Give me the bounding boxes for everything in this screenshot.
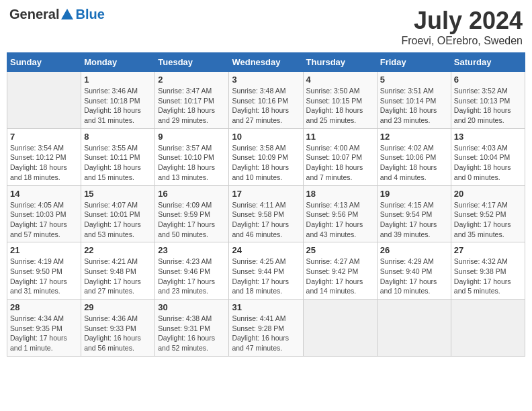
day-number: 30	[158, 302, 226, 312]
week-row-3: 14Sunrise: 4:05 AMSunset: 10:03 PMDaylig…	[7, 185, 525, 242]
calendar-cell: 3Sunrise: 3:48 AMSunset: 10:16 PMDayligh…	[229, 72, 303, 129]
day-info: Sunrise: 4:15 AMSunset: 9:54 PMDaylight:…	[380, 200, 448, 240]
weekday-header-saturday: Saturday	[451, 53, 525, 72]
day-number: 15	[84, 189, 152, 199]
day-number: 25	[306, 245, 374, 255]
day-number: 10	[232, 132, 300, 142]
day-info: Sunrise: 4:21 AMSunset: 9:48 PMDaylight:…	[84, 257, 152, 296]
day-info: Sunrise: 4:32 AMSunset: 9:38 PMDaylight:…	[454, 257, 522, 296]
calendar-cell: 28Sunrise: 4:34 AMSunset: 9:35 PMDayligh…	[7, 300, 81, 357]
weekday-header-monday: Monday	[81, 53, 155, 72]
calendar-cell: 25Sunrise: 4:27 AMSunset: 9:42 PMDayligh…	[303, 242, 377, 300]
logo-general: General	[9, 7, 59, 22]
calendar-cell: 11Sunrise: 4:00 AMSunset: 10:07 PMDaylig…	[303, 128, 377, 185]
logo-blue: Blue	[75, 7, 104, 22]
weekday-header-wednesday: Wednesday	[229, 53, 303, 72]
calendar-cell: 29Sunrise: 4:36 AMSunset: 9:33 PMDayligh…	[81, 300, 155, 357]
week-row-2: 7Sunrise: 3:54 AMSunset: 10:12 PMDayligh…	[7, 128, 525, 185]
weekday-header-friday: Friday	[377, 53, 451, 72]
day-info: Sunrise: 3:48 AMSunset: 10:16 PMDaylight…	[232, 86, 300, 126]
day-number: 14	[10, 189, 78, 199]
calendar-cell: 16Sunrise: 4:09 AMSunset: 9:59 PMDayligh…	[155, 185, 229, 242]
calendar-cell: 15Sunrise: 4:07 AMSunset: 10:01 PMDaylig…	[81, 185, 155, 242]
title-block: July 2024 Froevi, OErebro, Sweden	[401, 7, 523, 47]
day-info: Sunrise: 3:51 AMSunset: 10:14 PMDaylight…	[380, 86, 448, 126]
calendar-cell: 22Sunrise: 4:21 AMSunset: 9:48 PMDayligh…	[81, 242, 155, 300]
page-header: General Blue July 2024 Froevi, OErebro, …	[7, 7, 525, 47]
calendar-cell: 7Sunrise: 3:54 AMSunset: 10:12 PMDayligh…	[7, 128, 81, 185]
calendar-cell: 1Sunrise: 3:46 AMSunset: 10:18 PMDayligh…	[81, 72, 155, 129]
month-year: July 2024	[401, 7, 523, 35]
week-row-1: 1Sunrise: 3:46 AMSunset: 10:18 PMDayligh…	[7, 72, 525, 129]
calendar-cell: 9Sunrise: 3:57 AMSunset: 10:10 PMDayligh…	[155, 128, 229, 185]
day-number: 24	[232, 245, 300, 255]
calendar-cell: 26Sunrise: 4:29 AMSunset: 9:40 PMDayligh…	[377, 242, 451, 300]
calendar-cell: 12Sunrise: 4:02 AMSunset: 10:06 PMDaylig…	[377, 128, 451, 185]
week-row-5: 28Sunrise: 4:34 AMSunset: 9:35 PMDayligh…	[7, 300, 525, 357]
day-info: Sunrise: 4:13 AMSunset: 9:56 PMDaylight:…	[306, 200, 374, 240]
day-number: 20	[454, 189, 522, 199]
day-info: Sunrise: 3:54 AMSunset: 10:12 PMDaylight…	[10, 143, 78, 183]
weekday-header-tuesday: Tuesday	[155, 53, 229, 72]
day-number: 3	[232, 75, 300, 85]
day-info: Sunrise: 4:09 AMSunset: 9:59 PMDaylight:…	[158, 200, 226, 240]
calendar-cell	[303, 300, 377, 357]
day-number: 13	[454, 132, 522, 142]
weekday-header-sunday: Sunday	[7, 53, 81, 72]
day-number: 23	[158, 245, 226, 255]
calendar-cell: 18Sunrise: 4:13 AMSunset: 9:56 PMDayligh…	[303, 185, 377, 242]
day-info: Sunrise: 4:11 AMSunset: 9:58 PMDaylight:…	[232, 200, 300, 240]
day-info: Sunrise: 4:27 AMSunset: 9:42 PMDaylight:…	[306, 257, 374, 296]
calendar-cell: 6Sunrise: 3:52 AMSunset: 10:13 PMDayligh…	[451, 72, 525, 129]
day-number: 26	[380, 245, 448, 255]
day-number: 18	[306, 189, 374, 199]
day-number: 28	[10, 302, 78, 312]
day-number: 22	[84, 245, 152, 255]
day-number: 29	[84, 302, 152, 312]
day-number: 31	[232, 302, 300, 312]
location: Froevi, OErebro, Sweden	[401, 35, 523, 47]
day-number: 7	[10, 132, 78, 142]
day-info: Sunrise: 4:00 AMSunset: 10:07 PMDaylight…	[306, 143, 374, 183]
day-info: Sunrise: 4:23 AMSunset: 9:46 PMDaylight:…	[158, 257, 226, 296]
day-number: 5	[380, 75, 448, 85]
calendar-cell: 10Sunrise: 3:58 AMSunset: 10:09 PMDaylig…	[229, 128, 303, 185]
day-info: Sunrise: 4:02 AMSunset: 10:06 PMDaylight…	[380, 143, 448, 183]
calendar-cell	[451, 300, 525, 357]
calendar-cell: 31Sunrise: 4:41 AMSunset: 9:28 PMDayligh…	[229, 300, 303, 357]
day-number: 2	[158, 75, 226, 85]
day-number: 1	[84, 75, 152, 85]
calendar-cell: 2Sunrise: 3:47 AMSunset: 10:17 PMDayligh…	[155, 72, 229, 129]
calendar-cell: 21Sunrise: 4:19 AMSunset: 9:50 PMDayligh…	[7, 242, 81, 300]
calendar-cell: 30Sunrise: 4:38 AMSunset: 9:31 PMDayligh…	[155, 300, 229, 357]
day-info: Sunrise: 4:17 AMSunset: 9:52 PMDaylight:…	[454, 200, 522, 240]
calendar-cell: 13Sunrise: 4:03 AMSunset: 10:04 PMDaylig…	[451, 128, 525, 185]
calendar-cell: 8Sunrise: 3:55 AMSunset: 10:11 PMDayligh…	[81, 128, 155, 185]
day-info: Sunrise: 3:55 AMSunset: 10:11 PMDaylight…	[84, 143, 152, 183]
day-info: Sunrise: 4:34 AMSunset: 9:35 PMDaylight:…	[10, 314, 78, 353]
day-number: 12	[380, 132, 448, 142]
day-info: Sunrise: 4:03 AMSunset: 10:04 PMDaylight…	[454, 143, 522, 183]
svg-marker-0	[61, 9, 73, 19]
day-info: Sunrise: 4:25 AMSunset: 9:44 PMDaylight:…	[232, 257, 300, 296]
day-number: 21	[10, 245, 78, 255]
day-info: Sunrise: 4:07 AMSunset: 10:01 PMDaylight…	[84, 200, 152, 240]
day-info: Sunrise: 3:52 AMSunset: 10:13 PMDaylight…	[454, 86, 522, 126]
calendar-cell: 4Sunrise: 3:50 AMSunset: 10:15 PMDayligh…	[303, 72, 377, 129]
calendar-cell: 19Sunrise: 4:15 AMSunset: 9:54 PMDayligh…	[377, 185, 451, 242]
calendar-cell: 27Sunrise: 4:32 AMSunset: 9:38 PMDayligh…	[451, 242, 525, 300]
calendar-cell	[377, 300, 451, 357]
day-info: Sunrise: 3:50 AMSunset: 10:15 PMDaylight…	[306, 86, 374, 126]
logo: General Blue	[9, 7, 105, 22]
weekday-header-row: SundayMondayTuesdayWednesdayThursdayFrid…	[7, 53, 525, 72]
day-number: 8	[84, 132, 152, 142]
day-info: Sunrise: 3:57 AMSunset: 10:10 PMDaylight…	[158, 143, 226, 183]
day-number: 16	[158, 189, 226, 199]
day-number: 27	[454, 245, 522, 255]
day-number: 6	[454, 75, 522, 85]
day-number: 19	[380, 189, 448, 199]
day-info: Sunrise: 3:58 AMSunset: 10:09 PMDaylight…	[232, 143, 300, 183]
day-number: 9	[158, 132, 226, 142]
day-number: 4	[306, 75, 374, 85]
day-info: Sunrise: 4:36 AMSunset: 9:33 PMDaylight:…	[84, 314, 152, 353]
